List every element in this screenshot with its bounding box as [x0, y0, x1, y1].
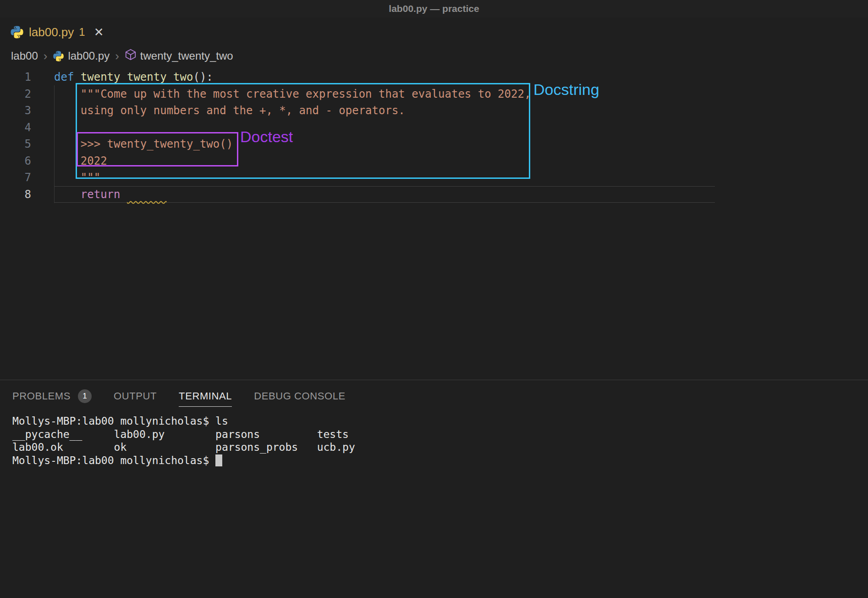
code-line[interactable]: 7 """ [0, 169, 868, 186]
line-content: return [54, 186, 715, 203]
code-line[interactable]: 6 2022 [0, 153, 868, 170]
panel-tabs: PROBLEMS1OUTPUTTERMINALDEBUG CONSOLE [0, 380, 868, 407]
line-number: 1 [0, 69, 31, 86]
breadcrumb-item-file[interactable]: lab00.py [53, 50, 110, 62]
problems-count-badge: 1 [78, 389, 92, 403]
code-lines: 1def twenty_twenty_two():2 """Come up wi… [0, 65, 868, 203]
line-number: 7 [0, 169, 31, 186]
line-content: """Come up with the most creative expres… [54, 86, 531, 103]
panel-tab-terminal[interactable]: TERMINAL [179, 390, 232, 407]
code-line[interactable]: 8 return [0, 186, 868, 203]
python-file-icon [10, 25, 24, 39]
code-line[interactable]: 5 >>> twenty_twenty_two() [0, 136, 868, 153]
doctest-annotation-label: Doctest [240, 128, 293, 146]
line-number: 5 [0, 136, 31, 153]
editor-tab-strip: lab00.py 1 ✕ [0, 17, 868, 47]
line-number: 6 [0, 153, 31, 170]
breadcrumb-file-label: lab00.py [68, 50, 110, 62]
chevron-right-icon: › [43, 49, 49, 63]
bottom-panel: PROBLEMS1OUTPUTTERMINALDEBUG CONSOLE Mol… [0, 380, 868, 598]
code-line[interactable]: 4 [0, 119, 868, 136]
code-line[interactable]: 2 """Come up with the most creative expr… [0, 86, 868, 103]
line-content: """ [54, 169, 100, 186]
terminal-line: Mollys-MBP:lab00 mollynicholas$ ls [12, 415, 868, 428]
breadcrumb-item-folder[interactable]: lab00 [11, 50, 38, 62]
line-content: 2022 [54, 153, 107, 170]
tab-badge: 1 [79, 26, 85, 39]
terminal-output: Mollys-MBP:lab00 mollynicholas$ ls__pyca… [12, 415, 868, 467]
terminal-cursor [215, 454, 222, 466]
symbol-method-icon [125, 49, 137, 63]
line-number: 3 [0, 102, 31, 119]
tab-title: lab00.py [29, 25, 74, 39]
line-content: def twenty_twenty_two(): [54, 69, 213, 86]
panel-tab-problems[interactable]: PROBLEMS1 [12, 389, 92, 407]
terminal-line: Mollys-MBP:lab00 mollynicholas$ [12, 454, 868, 467]
terminal-line: __pycache__ lab00.py parsons tests [12, 428, 868, 441]
line-number: 4 [0, 119, 31, 136]
panel-tab-label: DEBUG CONSOLE [254, 390, 346, 402]
breadcrumb-folder-label: lab00 [11, 50, 38, 62]
indent-guide [54, 85, 55, 203]
breadcrumb: lab00 › lab00.py › twenty_twenty_two [0, 47, 868, 65]
line-content: using only numbers and the +, *, and - o… [54, 102, 405, 119]
panel-tab-output[interactable]: OUTPUT [114, 390, 157, 406]
breadcrumb-item-symbol[interactable]: twenty_twenty_two [125, 49, 233, 63]
line-content: >>> twenty_twenty_two() [54, 136, 233, 153]
panel-tab-debug-console[interactable]: DEBUG CONSOLE [254, 390, 346, 406]
code-editor[interactable]: 1def twenty_twenty_two():2 """Come up wi… [0, 65, 868, 380]
line-number: 8 [0, 186, 31, 203]
code-line[interactable]: 1def twenty_twenty_two(): [0, 69, 868, 86]
breadcrumb-symbol-label: twenty_twenty_two [140, 50, 233, 62]
terminal-line: lab00.ok ok parsons_probs ucb.py [12, 441, 868, 454]
panel-tab-label: OUTPUT [114, 390, 157, 402]
terminal[interactable]: Mollys-MBP:lab00 mollynicholas$ ls__pyca… [0, 407, 868, 467]
tab-lab00[interactable]: lab00.py 1 ✕ [0, 17, 113, 47]
python-file-icon [53, 50, 64, 62]
chevron-right-icon: › [114, 49, 120, 63]
code-line[interactable]: 3 using only numbers and the +, *, and -… [0, 102, 868, 119]
line-number: 2 [0, 86, 31, 103]
window-title-bar: lab00.py — practice [0, 0, 868, 17]
panel-tab-label: TERMINAL [179, 390, 232, 402]
tab-close-icon[interactable]: ✕ [94, 26, 104, 38]
docstring-annotation-label: Docstring [533, 81, 599, 99]
panel-tab-label: PROBLEMS [12, 390, 71, 402]
window-title: lab00.py — practice [389, 3, 479, 14]
